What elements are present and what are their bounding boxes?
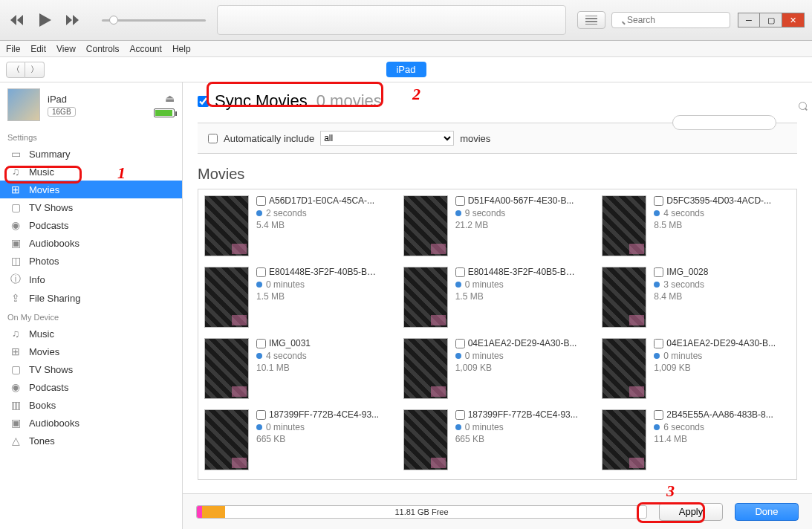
movie-checkbox[interactable]: [654, 267, 663, 277]
movie-duration: 6 seconds: [663, 422, 704, 432]
done-button[interactable]: Done: [735, 503, 799, 521]
auto-include-select[interactable]: all: [320, 131, 454, 146]
unwatched-dot-icon: [256, 353, 262, 359]
sidebar-item-label: Audiobooks: [29, 238, 79, 249]
movie-thumbnail: [602, 338, 646, 399]
sidebar-item-label: Music: [29, 328, 54, 340]
sidebar-item-label: TV Shows: [29, 202, 73, 213]
movie-checkbox[interactable]: [455, 339, 465, 348]
movie-size: 1.5 MB: [455, 291, 579, 302]
sidebar-item-label: Podcasts: [29, 220, 68, 231]
movie-checkbox[interactable]: [654, 339, 663, 348]
movie-name: 04E1AEA2-DE29-4A30-B...: [666, 338, 776, 348]
movie-checkbox[interactable]: [654, 196, 663, 206]
previous-button[interactable]: [7, 10, 27, 30]
photos-icon: ◫: [9, 255, 22, 267]
forward-button[interactable]: 〉: [25, 62, 45, 78]
movie-checkbox[interactable]: [256, 196, 266, 206]
close-button[interactable]: ✕: [782, 13, 805, 27]
books-icon: ▥: [9, 399, 22, 411]
menu-file[interactable]: File: [6, 44, 20, 54]
menu-view[interactable]: View: [56, 44, 76, 54]
sidebar-item-photos[interactable]: ◫Photos: [0, 252, 182, 270]
device-thumbnail: [7, 88, 40, 121]
menu-account[interactable]: Account: [130, 44, 162, 54]
sidebar-item-tv-shows[interactable]: ▢TV Shows: [0, 360, 182, 378]
movie-checkbox[interactable]: [256, 410, 266, 420]
eject-icon[interactable]: ⏏: [165, 92, 175, 104]
movie-name: D5FC3595-4D03-4ACD-...: [666, 195, 771, 206]
search-wrap: [611, 12, 730, 28]
movie-name: A56D17D1-E0CA-45CA-...: [269, 195, 374, 206]
bottom-bar: 11.81 GB Free Apply Done: [183, 493, 812, 529]
movie-checkbox[interactable]: [455, 410, 465, 420]
ondevice-section-label: On My Device: [0, 307, 182, 325]
sidebar-item-label: File Sharing: [29, 293, 80, 304]
auto-include-checkbox[interactable]: [208, 134, 218, 143]
movie-size: 8.5 MB: [654, 220, 771, 230]
search-input[interactable]: [611, 12, 730, 28]
sidebar-item-label: Photos: [29, 256, 59, 267]
sync-movies-checkbox[interactable]: [198, 96, 209, 107]
back-button[interactable]: 〈: [6, 62, 25, 78]
maximize-button[interactable]: ▢: [760, 13, 782, 27]
sidebar-item-tv-shows[interactable]: ▢TV Shows: [0, 198, 182, 216]
sidebar-item-tones[interactable]: △Tones: [0, 432, 182, 450]
menu-bar: File Edit View Controls Account Help: [0, 41, 812, 57]
sidebar-item-file-sharing[interactable]: ⇪File Sharing: [0, 289, 182, 307]
next-button[interactable]: [64, 10, 83, 30]
unwatched-dot-icon: [256, 210, 262, 216]
movie-cell: IMG_00283 seconds8.4 MB: [602, 267, 790, 331]
sidebar-item-books[interactable]: ▥Books: [0, 396, 182, 414]
movie-size: 665 KB: [256, 434, 379, 444]
sidebar-item-movies[interactable]: ⊞Movies: [0, 343, 182, 360]
device-pill[interactable]: iPad: [386, 62, 426, 77]
movie-duration: 4 seconds: [266, 351, 307, 361]
sidebar-item-summary[interactable]: ▭Summary: [0, 145, 182, 163]
sidebar-item-label: Podcasts: [29, 382, 68, 393]
movie-size: 1,009 KB: [455, 363, 577, 373]
unwatched-dot-icon: [455, 282, 461, 288]
unwatched-dot-icon: [455, 353, 461, 359]
menu-help[interactable]: Help: [172, 44, 191, 54]
movie-thumbnail: [602, 267, 646, 328]
movie-name: 187399FF-772B-4CE4-93...: [269, 409, 379, 420]
unwatched-dot-icon: [654, 282, 660, 288]
sidebar-item-label: TV Shows: [29, 364, 73, 375]
sidebar-item-podcasts[interactable]: ◉Podcasts: [0, 378, 182, 396]
sidebar-item-music[interactable]: ♫Music: [0, 325, 182, 343]
play-button[interactable]: [36, 10, 55, 30]
movie-checkbox[interactable]: [455, 196, 465, 206]
sidebar-item-movies[interactable]: ⊞Movies: [0, 181, 182, 198]
movie-checkbox[interactable]: [256, 339, 266, 348]
movie-name: IMG_0028: [666, 267, 708, 277]
volume-slider[interactable]: [102, 19, 206, 22]
sidebar-item-label: Music: [29, 166, 54, 178]
sidebar-item-audiobooks[interactable]: ▣Audiobooks: [0, 234, 182, 252]
movie-checkbox[interactable]: [654, 410, 663, 420]
minimize-button[interactable]: ─: [738, 13, 760, 27]
movies-search-input[interactable]: [672, 115, 776, 130]
movie-thumbnail: [204, 409, 249, 470]
unwatched-dot-icon: [455, 210, 461, 216]
movie-checkbox[interactable]: [256, 267, 266, 277]
list-view-button[interactable]: [577, 11, 605, 29]
movie-thumbnail: [403, 338, 448, 399]
menu-edit[interactable]: Edit: [30, 44, 46, 54]
sidebar-item-podcasts[interactable]: ◉Podcasts: [0, 216, 182, 234]
menu-controls[interactable]: Controls: [86, 44, 120, 54]
movie-cell: A56D17D1-E0CA-45CA-...2 seconds5.4 MB: [204, 195, 393, 259]
tv-icon: ▢: [9, 201, 22, 213]
movie-thumbnail: [204, 195, 249, 256]
movies-icon: ⊞: [9, 184, 22, 195]
unwatched-dot-icon: [654, 424, 660, 430]
movie-thumbnail: [602, 195, 646, 256]
apply-button[interactable]: Apply: [659, 503, 723, 521]
movie-name: E801448E-3F2F-40B5-BA...: [468, 267, 579, 277]
movie-checkbox[interactable]: [455, 267, 465, 277]
movie-thumbnail: [204, 267, 249, 328]
sidebar-item-info[interactable]: ⓘInfo: [0, 270, 182, 289]
sidebar-item-audiobooks[interactable]: ▣Audiobooks: [0, 414, 182, 432]
movie-cell: 187399FF-772B-4CE4-93...0 minutes665 KB: [403, 409, 592, 473]
sidebar-item-music[interactable]: ♫Music: [0, 163, 182, 181]
